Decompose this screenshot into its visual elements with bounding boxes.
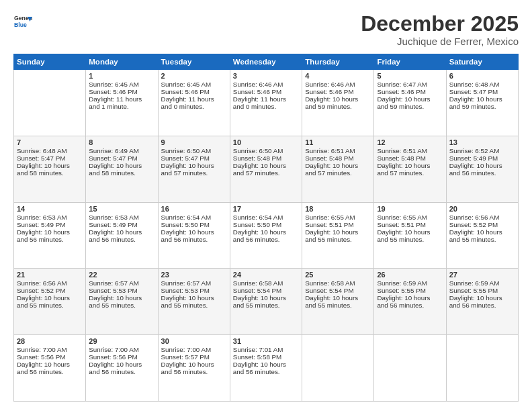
day-number: 2 — [161, 72, 227, 80]
day-info: Sunset: 5:56 PM — [17, 353, 83, 361]
day-info: Sunrise: 6:48 AM — [17, 147, 83, 154]
day-info: and 56 minutes. — [17, 368, 83, 375]
day-info: Sunrise: 6:59 AM — [377, 279, 443, 287]
day-info: Sunset: 5:53 PM — [89, 287, 154, 294]
day-info: Sunrise: 6:47 AM — [377, 81, 443, 88]
day-number: 18 — [305, 205, 371, 213]
day-info: Daylight: 10 hours — [449, 95, 515, 103]
day-info: and 58 minutes. — [89, 169, 154, 177]
day-info: Sunset: 5:49 PM — [17, 221, 83, 228]
day-info: Sunrise: 6:54 AM — [161, 214, 227, 221]
calendar-body: 1Sunrise: 6:45 AMSunset: 5:46 PMDaylight… — [14, 70, 519, 402]
calendar-row-0: 1Sunrise: 6:45 AMSunset: 5:46 PMDaylight… — [14, 70, 519, 136]
day-info: and 56 minutes. — [233, 236, 299, 243]
day-info: Sunrise: 6:46 AM — [233, 81, 299, 88]
day-number: 23 — [161, 271, 227, 279]
calendar-row-4: 28Sunrise: 7:00 AMSunset: 5:56 PMDayligh… — [14, 335, 519, 402]
calendar-cell: 7Sunrise: 6:48 AMSunset: 5:47 PMDaylight… — [14, 136, 86, 202]
day-info: Sunrise: 6:54 AM — [233, 214, 299, 221]
day-info: Sunset: 5:57 PM — [161, 353, 227, 361]
day-info: Sunrise: 6:59 AM — [449, 279, 515, 287]
day-info: Sunrise: 6:50 AM — [161, 147, 227, 154]
page: General Blue December 2025 Juchique de F… — [0, 0, 532, 411]
day-info: Sunrise: 6:51 AM — [377, 147, 443, 154]
day-number: 19 — [377, 205, 443, 213]
day-info: Sunrise: 6:52 AM — [449, 147, 515, 154]
day-info: and 56 minutes. — [449, 169, 515, 177]
calendar-cell: 28Sunrise: 7:00 AMSunset: 5:56 PMDayligh… — [14, 335, 86, 402]
day-info: Daylight: 10 hours — [377, 162, 443, 169]
calendar-row-3: 21Sunrise: 6:56 AMSunset: 5:52 PMDayligh… — [14, 269, 519, 335]
day-number: 22 — [89, 271, 154, 279]
weekday-header-saturday: Saturday — [446, 54, 518, 70]
calendar-cell: 26Sunrise: 6:59 AMSunset: 5:55 PMDayligh… — [374, 269, 446, 335]
calendar-cell: 20Sunrise: 6:56 AMSunset: 5:52 PMDayligh… — [446, 202, 518, 269]
day-info: and 55 minutes. — [377, 236, 443, 243]
day-info: Sunset: 5:51 PM — [377, 221, 443, 228]
day-info: Sunset: 5:47 PM — [89, 154, 154, 162]
day-number: 1 — [89, 72, 154, 80]
calendar-cell: 30Sunrise: 7:00 AMSunset: 5:57 PMDayligh… — [158, 335, 230, 402]
day-info: and 56 minutes. — [233, 368, 299, 375]
day-info: Sunrise: 6:58 AM — [233, 279, 299, 287]
calendar-cell: 14Sunrise: 6:53 AMSunset: 5:49 PMDayligh… — [14, 202, 86, 269]
day-info: and 56 minutes. — [89, 236, 154, 243]
day-info: and 56 minutes. — [377, 302, 443, 309]
day-info: Sunrise: 6:51 AM — [305, 147, 371, 154]
svg-text:Blue: Blue — [14, 21, 27, 28]
day-info: and 55 minutes. — [305, 236, 371, 243]
calendar-cell: 24Sunrise: 6:58 AMSunset: 5:54 PMDayligh… — [230, 269, 302, 335]
day-info: Daylight: 10 hours — [17, 294, 83, 302]
day-info: Sunrise: 6:55 AM — [305, 214, 371, 221]
day-info: Daylight: 10 hours — [305, 95, 371, 103]
day-info: and 56 minutes. — [17, 236, 83, 243]
calendar-cell: 21Sunrise: 6:56 AMSunset: 5:52 PMDayligh… — [14, 269, 86, 335]
day-info: Daylight: 10 hours — [161, 294, 227, 302]
weekday-header-tuesday: Tuesday — [158, 54, 230, 70]
day-info: Sunset: 5:54 PM — [305, 287, 371, 294]
calendar-cell — [302, 335, 374, 402]
day-info: Sunrise: 6:50 AM — [233, 147, 299, 154]
day-info: Sunset: 5:55 PM — [377, 287, 443, 294]
calendar-cell: 19Sunrise: 6:55 AMSunset: 5:51 PMDayligh… — [374, 202, 446, 269]
calendar-cell: 18Sunrise: 6:55 AMSunset: 5:51 PMDayligh… — [302, 202, 374, 269]
calendar-row-1: 7Sunrise: 6:48 AMSunset: 5:47 PMDaylight… — [14, 136, 519, 202]
day-number: 16 — [161, 205, 227, 213]
calendar-cell: 9Sunrise: 6:50 AMSunset: 5:47 PMDaylight… — [158, 136, 230, 202]
day-info: Sunrise: 7:00 AM — [161, 346, 227, 353]
day-info: Daylight: 10 hours — [377, 228, 443, 236]
logo-icon: General Blue — [13, 12, 32, 31]
day-info: Daylight: 10 hours — [305, 294, 371, 302]
day-info: Sunset: 5:48 PM — [377, 154, 443, 162]
day-info: Sunrise: 7:00 AM — [89, 346, 154, 353]
day-number: 9 — [161, 138, 227, 146]
calendar-cell — [446, 335, 518, 402]
day-info: and 55 minutes. — [89, 302, 154, 309]
day-info: Daylight: 10 hours — [449, 294, 515, 302]
day-info: Sunrise: 6:45 AM — [161, 81, 227, 88]
day-info: and 57 minutes. — [377, 169, 443, 177]
day-info: Sunset: 5:50 PM — [233, 221, 299, 228]
day-info: Sunset: 5:51 PM — [305, 221, 371, 228]
day-info: Daylight: 10 hours — [233, 361, 299, 368]
logo: General Blue — [13, 12, 32, 31]
calendar-cell: 15Sunrise: 6:53 AMSunset: 5:49 PMDayligh… — [86, 202, 158, 269]
day-info: and 59 minutes. — [449, 103, 515, 110]
day-info: and 55 minutes. — [233, 302, 299, 309]
day-info: Sunrise: 7:01 AM — [233, 346, 299, 353]
day-info: Daylight: 10 hours — [161, 162, 227, 169]
day-info: Sunset: 5:54 PM — [233, 287, 299, 294]
weekday-header-thursday: Thursday — [302, 54, 374, 70]
day-number: 28 — [17, 337, 83, 345]
day-number: 5 — [377, 72, 443, 80]
day-info: Sunrise: 6:55 AM — [377, 214, 443, 221]
calendar-cell — [374, 335, 446, 402]
day-info: Sunset: 5:50 PM — [161, 221, 227, 228]
day-info: Daylight: 11 hours — [233, 95, 299, 103]
day-number: 14 — [17, 205, 83, 213]
day-info: Daylight: 10 hours — [377, 294, 443, 302]
day-info: Daylight: 10 hours — [89, 162, 154, 169]
day-info: Sunrise: 6:53 AM — [17, 214, 83, 221]
calendar-cell: 2Sunrise: 6:45 AMSunset: 5:46 PMDaylight… — [158, 70, 230, 136]
day-number: 29 — [89, 337, 154, 345]
